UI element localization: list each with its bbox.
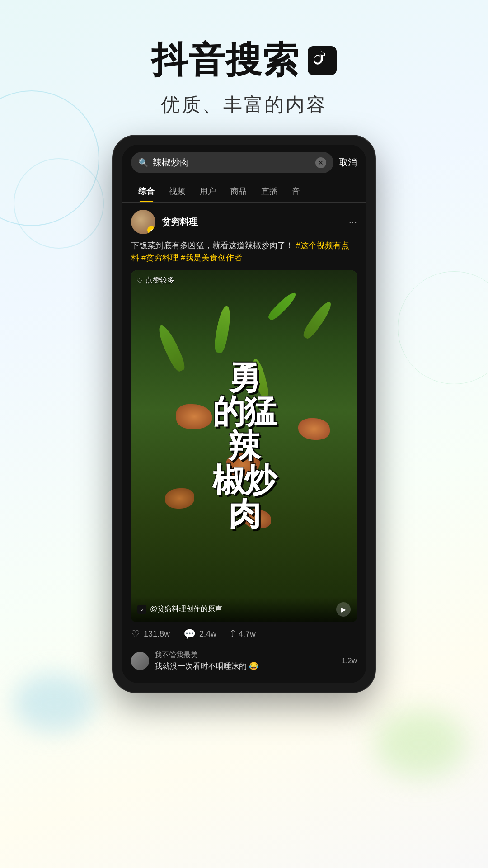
tab-live[interactable]: 直播 bbox=[254, 180, 285, 202]
header-section: 抖音搜索 优质、丰富的内容 bbox=[0, 0, 488, 136]
audio-info: ♪ @贫窮料理创作的原声 ▶ bbox=[137, 602, 351, 617]
video-text-overlay: 勇的猛辣椒炒肉 bbox=[131, 270, 357, 622]
bg-decoration-circle-3 bbox=[398, 271, 488, 384]
comment-text: 我就没一次看时不咽唾沫的 😂 bbox=[155, 661, 336, 671]
comment-count: 1.2w bbox=[342, 657, 357, 665]
comment-username[interactable]: 我不管我最美 bbox=[155, 651, 336, 660]
video-card[interactable]: 勇的猛辣椒炒肉 ♡ 点赞较多 ♪ @贫窮料理创作的原声 bbox=[131, 270, 357, 622]
bg-blob-blue bbox=[14, 674, 95, 732]
clear-search-button[interactable]: ✕ bbox=[315, 157, 326, 168]
phone-inner: 🔍 辣椒炒肉 ✕ 取消 综合 视频 用户 商品 直播 bbox=[122, 145, 366, 683]
play-icon: ▶ bbox=[341, 606, 346, 613]
heart-icon: ♡ bbox=[131, 628, 140, 640]
hashtag-3[interactable]: #我是美食创作者 bbox=[181, 253, 242, 262]
username[interactable]: 贫穷料理 bbox=[162, 216, 198, 228]
tab-bar: 综合 视频 用户 商品 直播 音 bbox=[122, 180, 366, 203]
hashtag-2[interactable]: #贫穷料理 bbox=[141, 253, 178, 262]
more-options-button[interactable]: ··· bbox=[349, 216, 357, 228]
share-icon: ⤴ bbox=[230, 628, 235, 640]
video-bottom: ♪ @贫窮料理创作的原声 ▶ bbox=[131, 597, 357, 622]
bg-blob-green bbox=[375, 710, 465, 778]
likes-count: 131.8w bbox=[144, 629, 170, 639]
likes-badge: ♡ 点赞较多 bbox=[136, 276, 174, 285]
post-description: 下饭菜到底有多凶猛，就看这道辣椒炒肉了！ #这个视频有点料 #贫穷料理 #我是美… bbox=[131, 240, 357, 264]
video-title-text: 勇的猛辣椒炒肉 bbox=[212, 361, 276, 532]
comment-avatar bbox=[131, 652, 149, 670]
tiktok-logo-icon bbox=[308, 46, 337, 75]
app-subtitle: 优质、丰富的内容 bbox=[0, 92, 488, 118]
tab-product[interactable]: 商品 bbox=[223, 180, 254, 202]
content-area: ✓ 贫穷料理 ··· 下饭菜到底有多凶猛，就看这道辣椒炒肉了！ #这个视频有点料… bbox=[122, 203, 366, 683]
search-query-text: 辣椒炒肉 bbox=[153, 156, 311, 169]
clear-icon: ✕ bbox=[318, 159, 324, 166]
app-title-row: 抖音搜索 bbox=[0, 36, 488, 85]
user-card: ✓ 贫穷料理 ··· bbox=[131, 210, 357, 234]
app-title: 抖音搜索 bbox=[151, 36, 300, 85]
music-note-icon: ♪ bbox=[141, 606, 143, 613]
verified-badge: ✓ bbox=[147, 226, 155, 234]
shares-count: 4.7w bbox=[239, 629, 256, 639]
tab-comprehensive[interactable]: 综合 bbox=[131, 180, 162, 202]
heart-icon-small: ♡ bbox=[136, 276, 143, 285]
search-bar-row: 🔍 辣椒炒肉 ✕ 取消 bbox=[122, 145, 366, 180]
verified-icon: ✓ bbox=[150, 228, 153, 233]
stats-row: ♡ 131.8w 💬 2.4w ⤴ 4.7w bbox=[131, 622, 357, 646]
cancel-button[interactable]: 取消 bbox=[339, 156, 357, 169]
comment-icon: 💬 bbox=[183, 628, 196, 640]
shares-stat[interactable]: ⤴ 4.7w bbox=[230, 628, 256, 640]
search-input-wrapper[interactable]: 🔍 辣椒炒肉 ✕ bbox=[131, 152, 333, 173]
search-icon: 🔍 bbox=[138, 158, 148, 168]
likes-stat[interactable]: ♡ 131.8w bbox=[131, 628, 170, 640]
tab-audio[interactable]: 音 bbox=[285, 180, 307, 202]
comment-content: 我不管我最美 我就没一次看时不咽唾沫的 😂 bbox=[155, 651, 336, 671]
audio-text: @贫窮料理创作的原声 bbox=[150, 604, 222, 614]
phone-mockup: 🔍 辣椒炒肉 ✕ 取消 综合 视频 用户 商品 直播 bbox=[113, 136, 375, 692]
avatar: ✓ bbox=[131, 210, 155, 234]
tab-video[interactable]: 视频 bbox=[162, 180, 192, 202]
bg-decoration-circle-2 bbox=[14, 158, 104, 249]
tiktok-note-icon: ♪ bbox=[137, 605, 146, 614]
comment-section: 我不管我最美 我就没一次看时不咽唾沫的 😂 1.2w bbox=[131, 646, 357, 676]
comments-count: 2.4w bbox=[199, 629, 216, 639]
tab-user[interactable]: 用户 bbox=[192, 180, 223, 202]
play-button[interactable]: ▶ bbox=[336, 602, 351, 617]
comments-stat[interactable]: 💬 2.4w bbox=[183, 628, 216, 640]
audio-left: ♪ @贫窮料理创作的原声 bbox=[137, 604, 222, 614]
